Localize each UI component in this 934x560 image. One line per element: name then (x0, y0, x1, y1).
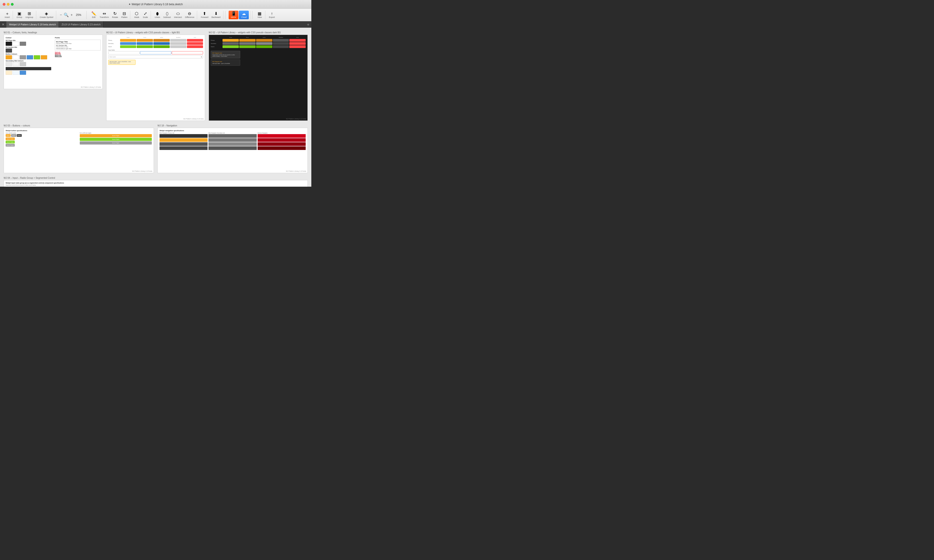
edit-icon: ✏️ (91, 12, 96, 15)
subtract-label: Subtract (163, 16, 171, 18)
transform-label: Transform (100, 16, 109, 18)
artboard-1-content: Colour WJ Page title H2 Section title (4, 35, 102, 77)
mask-icon: ⬡ (135, 12, 138, 15)
transform-icon: ⇔ (103, 12, 106, 15)
artboard-label-2: WJ 02 – UI Pattern Library – widgets wit… (106, 31, 205, 34)
backward-button[interactable]: ⬇ Backward (210, 11, 222, 19)
artboard-1-footer: WJ Pattern Library 0.15 beta (81, 86, 101, 88)
difference-icon: ⊖ (188, 12, 191, 15)
artboard-1[interactable]: Colour WJ Page title H2 Section title (4, 35, 103, 89)
artboard-3[interactable]: hover focus active disabled error Primar… (209, 35, 308, 121)
artboard-wrapper-1: WJ 01 – Colours, fonts, headings Colour … (4, 31, 103, 121)
tab-close-button[interactable]: ✕ (0, 21, 6, 28)
export-group: ↑ Export (266, 11, 278, 19)
intersect-button[interactable]: ⬭ Intersect (173, 11, 183, 19)
zoom-icon: 🔍 (64, 13, 69, 17)
artboard-5-content: Webjet navigation specifications Main Na… (158, 128, 308, 152)
forward-icon: ⬆ (203, 12, 206, 15)
tab-active[interactable]: Webjet UI Pattern Library 0.18 beta.sket… (6, 21, 59, 28)
artboard-label-1: WJ 01 – Colours, fonts, headings (4, 31, 103, 34)
insert-button[interactable]: ＋ Insert (3, 11, 11, 19)
backward-label: Backward (211, 16, 220, 18)
artboard-4-content: Webjet button specifications User select… (4, 128, 154, 148)
rotate-button[interactable]: ↻ Rotate (111, 11, 119, 19)
union-icon: ⬮ (156, 12, 158, 15)
canvas[interactable]: WJ 01 – Colours, fonts, headings Colour … (0, 28, 311, 187)
maximize-button[interactable] (11, 3, 14, 6)
mirror-icon: 📱 (231, 12, 236, 15)
window-title: ✦ Webjet UI Pattern Library 0.18 beta.sk… (128, 3, 183, 6)
view-icon: ▦ (258, 12, 262, 15)
artboard-6-content: Webjet input radio group (a.k.a segmente… (4, 180, 308, 187)
artboard-row-2: WJ 03 – Buttons – colours Webjet button … (4, 125, 308, 173)
artboard-2-content: hover focus active disabled error Primar… (106, 35, 205, 66)
union-label: Union (155, 16, 160, 18)
forward-button[interactable]: ⬆ Forward (199, 11, 209, 19)
export-label: Export (269, 16, 275, 18)
artboard-4[interactable]: Webjet button specifications User select… (4, 128, 154, 173)
difference-label: Difference (185, 16, 194, 18)
ungroup-button[interactable]: ⊞ Ungroup (24, 11, 35, 19)
zoom-control: − 🔍 + 25% (57, 12, 85, 17)
difference-button[interactable]: ⊖ Difference (184, 11, 196, 19)
scale-button[interactable]: ⤢ Scale (141, 11, 149, 19)
union-button[interactable]: ⬮ Union (153, 11, 162, 19)
view-button[interactable]: ▦ View (255, 11, 264, 19)
zoom-value[interactable]: 25% (75, 13, 83, 17)
titlebar: ✦ Webjet UI Pattern Library 0.18 beta.sk… (0, 0, 311, 9)
insert-group: ＋ Insert (2, 11, 13, 19)
mirror-label: Mirror (231, 16, 236, 18)
edit-button[interactable]: ✏️ Edit (90, 11, 98, 19)
subtract-icon: ⬯ (166, 12, 168, 15)
toolbar: ＋ Insert ▣ Group ⊞ Ungroup ◈ Create Symb… (0, 9, 311, 21)
artboard-5-footer: WJ Pattern Library 0.15 beta (286, 170, 306, 172)
tab-secondary[interactable]: ZUJI UI Pattern Library 0.23.sketch (59, 21, 103, 28)
artboard-label-3: WJ 02 – UI Pattern Library – widgets wit… (209, 31, 308, 34)
group-icon: ▣ (17, 12, 21, 15)
group-ungroup-group: ▣ Group ⊞ Ungroup (14, 11, 36, 19)
forward-label: Forward (201, 16, 208, 18)
close-button[interactable] (3, 3, 5, 6)
rotate-icon: ↻ (113, 12, 117, 15)
create-symbol-icon: ◈ (45, 12, 48, 15)
artboard-4-footer: WJ Pattern Library 0.15 beta (132, 170, 152, 172)
group-button[interactable]: ▣ Group (15, 11, 23, 19)
artboard-row-1: WJ 01 – Colours, fonts, headings Colour … (4, 31, 308, 121)
mask-label: Mask (134, 16, 139, 18)
rotate-label: Rotate (112, 16, 118, 18)
mask-scale-group: ⬡ Mask ⤢ Scale (131, 11, 151, 19)
flatten-icon: ⊟ (123, 12, 126, 15)
zoom-in-button[interactable]: + (69, 12, 74, 17)
add-tab-button[interactable]: ＋ (305, 21, 311, 28)
boolean-group: ⬮ Union ⬯ Subtract ⬭ Intersect ⊖ Differe… (152, 11, 197, 19)
artboard-3-footer: WJ Pattern Library 0.15 beta (286, 118, 306, 120)
intersect-label: Intersect (174, 16, 182, 18)
export-button[interactable]: ↑ Export (268, 11, 276, 19)
edit-label: Edit (92, 16, 95, 18)
scale-icon: ⤢ (144, 12, 147, 15)
zoom-out-button[interactable]: − (59, 12, 63, 17)
artboard-6[interactable]: Webjet input radio group (a.k.a segmente… (4, 180, 308, 187)
artboard-wrapper-3: WJ 02 – UI Pattern Library – widgets wit… (209, 31, 308, 121)
artboard-5[interactable]: Webjet navigation specifications Main Na… (157, 128, 308, 173)
traffic-lights[interactable] (3, 3, 14, 6)
subtract-button[interactable]: ⬯ Subtract (162, 11, 172, 19)
edit-group: ✏️ Edit ⇔ Transform ↻ Rotate ⊟ Flatten (88, 11, 131, 19)
mirror-button[interactable]: 📱 Mirror (229, 11, 239, 19)
transform-button[interactable]: ⇔ Transform (98, 11, 110, 19)
view-group: ▦ View (254, 11, 265, 19)
artboard-2[interactable]: hover focus active disabled error Primar… (106, 35, 205, 121)
flatten-button[interactable]: ⊟ Flatten (120, 11, 129, 19)
create-symbol-button[interactable]: ◈ Create Symbol (38, 11, 55, 19)
scale-label: Scale (143, 16, 148, 18)
view-label: View (257, 16, 262, 18)
minimize-button[interactable] (7, 3, 9, 6)
cloud-button[interactable]: ☁ Cloud (239, 11, 249, 19)
mask-button[interactable]: ⬡ Mask (132, 11, 141, 19)
artboard-label-6: WJ 04 – Input – Radio Group + Segmented … (4, 177, 308, 179)
intersect-icon: ⬭ (176, 12, 180, 15)
tabbar: ✕ Webjet UI Pattern Library 0.18 beta.sk… (0, 21, 311, 28)
artboard-label-5: WJ 18 – Navigation (157, 125, 308, 127)
artboard-wrapper-4: WJ 03 – Buttons – colours Webjet button … (4, 125, 154, 173)
artboard-wrapper-2: WJ 02 – UI Pattern Library – widgets wit… (106, 31, 205, 121)
